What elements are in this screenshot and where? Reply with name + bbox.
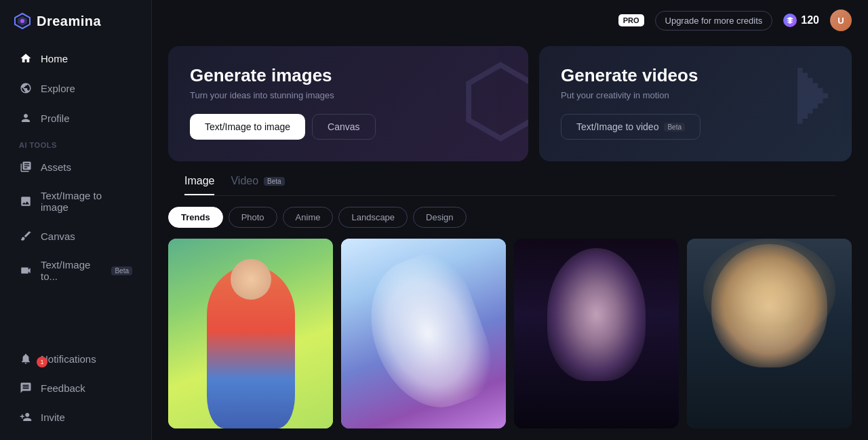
user-avatar[interactable]: U [830,9,852,31]
sidebar-item-text-video-label: Text/Image to... [41,259,100,282]
tabs-section: Image Video Beta [184,161,835,196]
images-bg-decoration: ⬡ [459,53,528,148]
text-image-icon [19,195,33,208]
sidebar-item-invite-label: Invite [41,412,65,423]
profile-icon [19,111,33,125]
tab-video[interactable]: Video Beta [231,175,284,195]
invite-icon [19,410,33,424]
upgrade-button[interactable]: Upgrade for more credits [655,11,773,31]
text-video-beta-badge: Beta [111,266,132,275]
sidebar: Dreamina Home Explore Profile AI tools [0,0,152,440]
feedback-icon [19,381,33,395]
sidebar-item-assets-label: Assets [41,161,71,173]
sidebar-item-notifications[interactable]: 1 Notifications [5,344,146,373]
sidebar-item-feedback[interactable]: Feedback [5,374,146,402]
sidebar-item-explore[interactable]: Explore [5,74,146,102]
image-grid [152,239,868,440]
sidebar-item-home-label: Home [41,53,68,64]
sidebar-item-text-image[interactable]: Text/Image to image [5,182,146,220]
filter-design[interactable]: Design [413,207,466,228]
generate-images-card: ⬡ Generate images Turn your ideas into s… [168,46,528,161]
sidebar-item-feedback-label: Feedback [41,382,85,394]
tabs-wrapper: Image Video Beta [152,161,868,196]
grid-image-doll[interactable] [168,239,333,428]
logo-icon [14,12,31,30]
grid-image-unicorn[interactable] [341,239,506,428]
grid-image-warrior[interactable] [514,239,679,428]
generate-videos-card: ⏵ Generate videos Put your creativity in… [539,46,852,161]
filter-section: Trends Photo Anime Landscape Design [152,196,868,239]
sidebar-item-canvas[interactable]: Canvas [5,222,146,250]
canvas-icon [19,229,33,243]
upgrade-label: Upgrade for more credits [665,16,763,26]
sidebar-item-explore-label: Explore [41,83,75,94]
bell-icon: 1 [19,352,33,365]
sidebar-bottom: 1 Notifications Feedback Invite [0,344,151,437]
sidebar-item-assets[interactable]: Assets [5,153,146,181]
sidebar-item-home[interactable]: Home [5,44,146,73]
filter-trends[interactable]: Trends [168,207,223,228]
sidebar-item-text-video[interactable]: Text/Image to... Beta [5,252,146,289]
text-video-icon [19,264,33,277]
videos-bg-decoration: ⏵ [777,49,852,131]
notification-badge: 1 [37,357,47,367]
topbar: PRO Upgrade for more credits 120 U [152,0,868,41]
text-image-to-video-button[interactable]: Text/Image to video Beta [561,114,701,140]
assets-icon [19,160,33,174]
grid-image-portrait[interactable] [687,239,852,428]
svg-point-2 [20,19,24,23]
logo-container: Dreamina [0,0,151,41]
sidebar-item-invite[interactable]: Invite [5,403,146,431]
home-icon [19,52,33,65]
text-video-button-label: Text/Image to video [576,121,658,132]
credits-count: 120 [801,14,819,26]
sidebar-item-profile-label: Profile [41,113,70,124]
credits-section: 120 [783,14,819,27]
explore-icon [19,81,33,95]
canvas-button[interactable]: Canvas [312,114,375,140]
tab-video-label: Video [231,175,258,187]
pro-badge: PRO [618,14,644,26]
tab-image[interactable]: Image [184,175,214,195]
sidebar-item-canvas-label: Canvas [41,231,75,242]
filter-anime[interactable]: Anime [283,207,334,228]
sidebar-item-notifications-label: Notifications [41,353,96,365]
sidebar-item-profile[interactable]: Profile [5,104,146,132]
tab-image-label: Image [184,175,214,187]
video-beta-badge: Beta [664,123,685,132]
text-image-to-image-button[interactable]: Text/Image to image [190,114,305,140]
sidebar-navigation: Home Explore Profile AI tools Assets [0,41,151,440]
tab-video-beta: Beta [264,177,285,186]
logo-text: Dreamina [37,14,101,29]
credits-icon [783,14,797,27]
filter-landscape[interactable]: Landscape [338,207,408,228]
sidebar-item-text-image-label: Text/Image to image [41,190,132,213]
filter-photo[interactable]: Photo [229,207,277,228]
ai-tools-label: AI tools [0,133,151,152]
main-content: PRO Upgrade for more credits 120 U ⬡ Gen… [152,0,868,440]
